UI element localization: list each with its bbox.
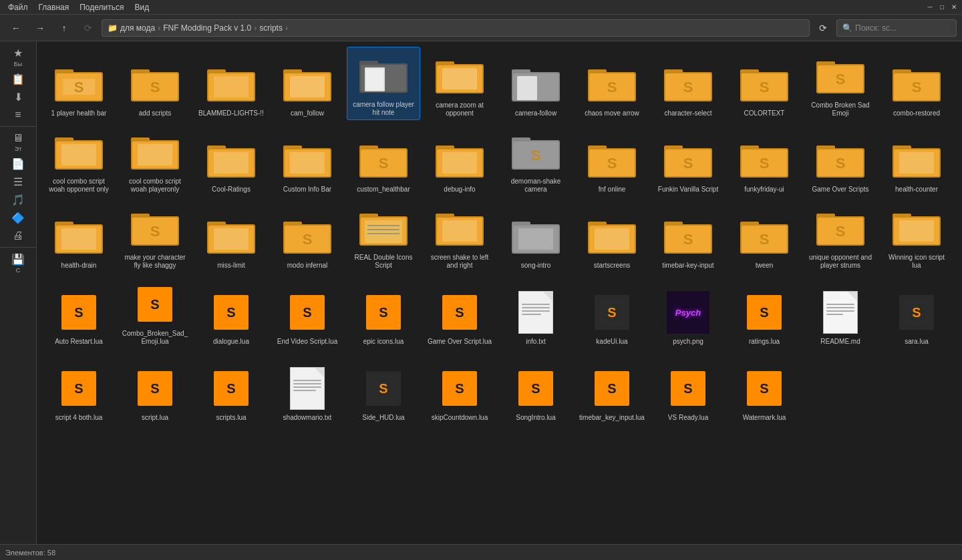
menu-home[interactable]: Главная — [33, 1, 75, 13]
menu-bar: Файл Главная Поделиться Вид ─ □ ✕ — [0, 0, 962, 15]
md-file-icon — [823, 291, 858, 334]
sidebar-item-9[interactable]: 🖨 — [0, 227, 36, 244]
folder-item[interactable]: S 1 player health bar — [42, 47, 116, 120]
folder-icon-wrap — [207, 136, 255, 184]
sidebar-item-7[interactable]: 🎵 — [0, 191, 36, 209]
sidebar-item-c[interactable]: 💾 С — [0, 250, 36, 276]
file-grid[interactable]: S 1 player health bar S add scripts — [37, 41, 962, 544]
folder-item[interactable]: REAL Double Icons Script — [347, 199, 420, 272]
sidebar-item-6[interactable]: ☰ — [0, 173, 36, 191]
folder-item[interactable]: S add scripts — [118, 47, 192, 120]
refresh-button[interactable]: ⟳ — [77, 17, 99, 39]
file-item-md[interactable]: README.md — [804, 275, 877, 348]
minimize-button[interactable]: ─ — [925, 2, 935, 13]
folder-item[interactable]: S COLORTEXT — [728, 47, 801, 120]
folder-item[interactable]: camera zoom at opponent — [423, 47, 496, 120]
folder-item[interactable]: S tween — [728, 199, 801, 272]
maximize-button[interactable]: □ — [937, 2, 947, 13]
folder-item[interactable]: miss-limit — [194, 199, 268, 272]
folder-item[interactable]: S timebar-key-input — [651, 199, 725, 272]
file-item-png[interactable]: Psych psych.png — [651, 275, 725, 348]
file-item-lua[interactable]: S Game Over Script.lua — [423, 275, 496, 348]
folder-item[interactable]: S Game Over Scripts — [804, 123, 877, 196]
file-item-lua[interactable]: S script 4 both.lua — [42, 351, 116, 425]
sidebar-item-2[interactable]: 📋 — [0, 70, 36, 88]
up-button[interactable]: ↑ — [53, 17, 75, 39]
file-item-lua[interactable]: S scripts.lua — [194, 351, 268, 425]
folder-item[interactable]: S unique opponent and player strums — [804, 199, 877, 272]
forward-button[interactable]: → — [29, 17, 51, 39]
svg-rect-29 — [517, 76, 537, 100]
png-file-icon: Psych — [667, 291, 709, 334]
folder-item[interactable]: S demoman-shake camera — [499, 123, 573, 196]
folder-item[interactable]: S funkyfriday-ui — [728, 123, 801, 196]
folder-icon-wrap — [359, 51, 408, 99]
folder-item[interactable]: S chaos move arrow — [575, 47, 649, 120]
file-item-lua[interactable]: S VS Ready.lua — [651, 351, 725, 425]
svg-rect-109 — [214, 228, 249, 250]
folder-item[interactable]: S modo infernal — [271, 199, 344, 272]
menu-file[interactable]: Файл — [3, 1, 33, 13]
file-item-lua[interactable]: S timebar_key_input.lua — [575, 351, 649, 425]
file-label: custom_healthbar — [357, 186, 410, 194]
folder-item[interactable]: health-counter — [880, 123, 953, 196]
folder-item[interactable]: S Combo Broken Sad Emoji — [804, 47, 877, 120]
file-label: modo infernal — [287, 262, 328, 270]
address-refresh-button[interactable]: ⟳ — [812, 17, 834, 39]
file-item-lua[interactable]: S End Video Script.lua — [271, 275, 344, 348]
sidebar-item-3[interactable]: ⬇ — [0, 88, 36, 106]
folder-item[interactable]: S custom_healthbar — [347, 123, 420, 196]
sidebar-item-5[interactable]: 📄 — [0, 155, 36, 173]
back-button[interactable]: ← — [5, 17, 27, 39]
file-label: info.txt — [526, 338, 545, 346]
folder-item[interactable]: Cool-Ratings — [194, 123, 268, 196]
folder-item-selected[interactable]: camera follow player hit note — [347, 47, 420, 120]
folder-item[interactable]: BLAMMED-LIGHTS-!! — [194, 47, 268, 120]
search-box[interactable]: 🔍 Поиск: sc... — [836, 19, 957, 37]
close-button[interactable]: ✕ — [949, 2, 959, 13]
folder-item[interactable]: S fnf online — [575, 123, 649, 196]
folder-item[interactable]: S combo-restored — [880, 47, 953, 120]
menu-view[interactable]: Вид — [129, 1, 154, 13]
folder-item[interactable]: cam_follow — [271, 47, 344, 120]
folder-item[interactable]: camera-follow — [499, 47, 573, 120]
file-item-lua[interactable]: S Auto Restart.lua — [42, 275, 116, 348]
sidebar-item-network[interactable]: 🖥 Эт — [0, 129, 36, 155]
address-mid[interactable]: FNF Modding Pack v 1.0 — [163, 23, 251, 33]
file-item-lua[interactable]: S epic icons.lua — [347, 275, 420, 348]
folder-item[interactable]: debug-info — [423, 123, 496, 196]
sidebar-item-4[interactable]: ≡ — [0, 106, 36, 123]
sidebar-item-8[interactable]: 🔷 — [0, 209, 36, 227]
file-item-lua[interactable]: S ratings.lua — [728, 275, 801, 348]
file-item-lua[interactable]: S script.lua — [118, 351, 192, 425]
folder-item[interactable]: screen shake to left and right — [423, 199, 496, 272]
file-item-txt[interactable]: info.txt — [499, 275, 573, 348]
file-item-lua[interactable]: S Combo_Broken_Sad_Emoji.lua — [118, 275, 192, 348]
list-icon: 📋 — [11, 73, 25, 85]
address-current[interactable]: scripts — [259, 23, 283, 33]
folder-item[interactable]: health-drain — [42, 199, 116, 272]
folder-item[interactable]: cool combo script woah opponent only — [42, 123, 116, 196]
folder-icon-wrap: S — [816, 52, 864, 100]
menu-share[interactable]: Поделиться — [74, 1, 129, 13]
file-item-lua[interactable]: S kadeUi.lua — [575, 275, 649, 348]
file-item-lua[interactable]: S Watermark.lua — [728, 351, 801, 425]
folder-item[interactable]: S Funkin Vanilla Script — [651, 123, 725, 196]
address-root[interactable]: для мода — [120, 23, 155, 33]
file-item-lua[interactable]: S Side_HUD.lua — [347, 351, 420, 425]
folder-item[interactable]: Winning icon script lua — [880, 199, 953, 272]
folder-icon-wrap: S — [55, 60, 103, 108]
folder-item[interactable]: cool combo script woah playeronly — [118, 123, 192, 196]
file-item-lua[interactable]: S skipCountdown.lua — [423, 351, 496, 425]
file-item-txt[interactable]: shadowmario.txt — [271, 351, 344, 425]
folder-item[interactable]: Custom Info Bar — [271, 123, 344, 196]
folder-item[interactable]: song-intro — [499, 199, 573, 272]
folder-item[interactable]: S make your character fly like shaggy — [118, 199, 192, 272]
file-item-lua[interactable]: S dialogue.lua — [194, 275, 268, 348]
sidebar-item-favorites[interactable]: ★ Бы — [0, 44, 36, 70]
file-item-lua[interactable]: S SongIntro.lua — [499, 351, 573, 425]
file-item-lua[interactable]: S sara.lua — [880, 275, 953, 348]
folder-item[interactable]: S character-select — [651, 47, 725, 120]
folder-item[interactable]: startscreens — [575, 199, 649, 272]
address-bar[interactable]: 📁 для мода › FNF Modding Pack v 1.0 › sc… — [102, 19, 810, 37]
